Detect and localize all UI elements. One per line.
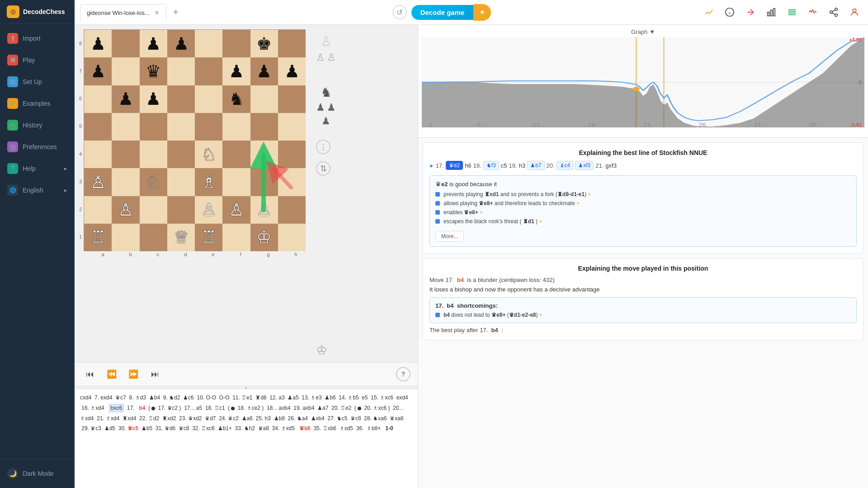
move-qe2-badge[interactable]: ♛e2 xyxy=(446,161,463,170)
sidebar-item-help[interactable]: ? Help ▸ xyxy=(0,158,74,179)
cell-h3[interactable] xyxy=(278,168,306,196)
cell-g3[interactable] xyxy=(250,168,278,196)
arrow-icon[interactable] xyxy=(742,4,759,20)
cell-h2[interactable] xyxy=(278,196,306,224)
swap-btn[interactable]: ⇅ xyxy=(316,161,336,176)
cell-b3[interactable] xyxy=(112,168,139,196)
next-move-button[interactable]: ⏩ xyxy=(125,366,142,382)
cell-a7[interactable]: ♟ xyxy=(84,57,112,85)
cell-c1[interactable] xyxy=(140,224,167,251)
cell-g8[interactable]: ♚ xyxy=(250,30,278,57)
blunder-move-c5[interactable]: ♛c5 xyxy=(127,425,138,432)
cell-a6[interactable] xyxy=(84,85,112,113)
cell-f3[interactable] xyxy=(222,168,250,196)
more-button[interactable]: More... xyxy=(435,231,464,242)
cell-a4[interactable] xyxy=(84,141,112,168)
go-start-button[interactable]: ⏮ xyxy=(82,366,98,382)
highlighted-move-bxc6[interactable]: bxc6 xyxy=(109,404,124,412)
cell-g5[interactable] xyxy=(250,113,278,141)
dark-mode-toggle[interactable]: 🌙 Dark Mode xyxy=(7,465,67,483)
sidebar-item-english[interactable]: 🌐 English ▸ xyxy=(0,179,74,201)
cell-e7[interactable] xyxy=(195,57,222,85)
move-nf3-badge[interactable]: ♞f3 xyxy=(483,161,499,170)
help-button[interactable]: ? xyxy=(396,367,410,381)
graph-icon[interactable] xyxy=(701,4,717,20)
cell-d7[interactable] xyxy=(167,57,195,85)
blunder-move-b6[interactable]: ♛b6 xyxy=(299,425,311,432)
cell-d3[interactable] xyxy=(167,168,195,196)
cell-e8[interactable] xyxy=(195,30,222,57)
active-tab[interactable]: gideonse Win-lose-los... ✕ xyxy=(80,4,166,21)
cell-b7[interactable] xyxy=(112,57,139,85)
cell-f1[interactable] xyxy=(222,224,250,251)
cell-a2[interactable] xyxy=(84,196,112,224)
cell-d2[interactable] xyxy=(167,196,195,224)
decode-plus-button[interactable]: + xyxy=(473,4,491,21)
cell-d5[interactable] xyxy=(167,113,195,141)
cell-a8[interactable]: ♟ xyxy=(84,30,112,57)
cell-e6[interactable] xyxy=(195,85,222,113)
list-icon[interactable] xyxy=(784,4,800,20)
cell-a3[interactable]: ♙ xyxy=(84,168,112,196)
cell-d8[interactable]: ♟ xyxy=(167,30,195,57)
cell-d6[interactable] xyxy=(167,85,195,113)
move-list[interactable]: cxd4 7. exd4 ♛c7 8. ♗d3 ♟b4 9. ♞d2 ♟c6 1… xyxy=(75,389,418,488)
cell-c4[interactable] xyxy=(140,141,167,168)
cell-g1[interactable]: ♔ xyxy=(250,224,278,251)
cell-g2[interactable]: ♙ xyxy=(250,196,278,224)
sidebar-item-setup[interactable]: ⚙ Set Up xyxy=(0,71,74,93)
tab-close-icon[interactable]: ✕ xyxy=(154,9,160,16)
cell-f4[interactable] xyxy=(222,141,250,168)
sidebar-item-preferences[interactable]: ⊞ Preferences xyxy=(0,136,74,158)
cell-h6[interactable] xyxy=(278,85,306,113)
sidebar-item-import[interactable]: ⬆ Import xyxy=(0,28,74,49)
pulse-icon[interactable] xyxy=(805,4,821,20)
cell-b2[interactable]: ♙ xyxy=(112,196,139,224)
cell-d4[interactable] xyxy=(167,141,195,168)
cell-f8[interactable] xyxy=(222,30,250,57)
cell-d1[interactable]: ♕ xyxy=(167,224,195,251)
cell-e5[interactable] xyxy=(195,113,222,141)
cell-h7[interactable]: ♟ xyxy=(278,57,306,85)
cell-b4[interactable] xyxy=(112,141,139,168)
move-bxf3-badge[interactable]: ♟xf3 xyxy=(575,161,594,170)
decode-game-button[interactable]: Decode game xyxy=(411,5,474,20)
share-icon[interactable] xyxy=(826,4,842,20)
move-bb7-badge[interactable]: ♟b7 xyxy=(527,161,544,170)
cell-f2[interactable]: ♙ xyxy=(222,196,250,224)
cell-c6[interactable]: ♟ xyxy=(140,85,167,113)
cell-b8[interactable] xyxy=(112,30,139,57)
refresh-btn[interactable]: ↺ xyxy=(392,5,407,19)
move-bc4-badge[interactable]: ♝c4 xyxy=(557,161,574,170)
cell-b6[interactable]: ♟ xyxy=(112,85,139,113)
cell-h8[interactable] xyxy=(278,30,306,57)
cell-e1[interactable]: ♖ xyxy=(195,224,222,251)
cell-e4[interactable]: ♘ xyxy=(195,141,222,168)
cell-g4[interactable] xyxy=(250,141,278,168)
cell-f6[interactable]: ♞ xyxy=(222,85,250,113)
dots-icon[interactable]: ⋮ xyxy=(316,140,330,154)
context-menu-btn[interactable]: ⋮ xyxy=(316,140,336,154)
cell-a5[interactable] xyxy=(84,113,112,141)
blunder-move-b4[interactable]: b4 xyxy=(139,405,145,411)
graph-dropdown-icon[interactable]: ▼ xyxy=(649,28,655,35)
cell-c3[interactable]: ♘ xyxy=(140,168,167,196)
cell-b1[interactable] xyxy=(112,224,139,251)
sidebar-item-examples[interactable]: ✦ Examples xyxy=(0,93,74,114)
cell-b5[interactable] xyxy=(112,113,139,141)
cell-c7[interactable]: ♛ xyxy=(140,57,167,85)
cell-c5[interactable] xyxy=(140,113,167,141)
cell-g7[interactable]: ♟ xyxy=(250,57,278,85)
cell-f7[interactable]: ♟ xyxy=(222,57,250,85)
cell-e2[interactable]: ♙ xyxy=(195,196,222,224)
go-end-button[interactable]: ⏭ xyxy=(147,366,163,382)
refresh-icon[interactable]: ↺ xyxy=(392,5,407,19)
bar-chart-icon[interactable] xyxy=(763,4,779,20)
prev-move-button[interactable]: ⏪ xyxy=(104,366,120,382)
info-icon[interactable] xyxy=(722,4,738,20)
cell-h4[interactable] xyxy=(278,141,306,168)
cell-c2[interactable] xyxy=(140,196,167,224)
sidebar-item-play[interactable]: ✖ Play xyxy=(0,49,74,71)
cell-h1[interactable] xyxy=(278,224,306,251)
swap-icon[interactable]: ⇅ xyxy=(316,161,330,176)
